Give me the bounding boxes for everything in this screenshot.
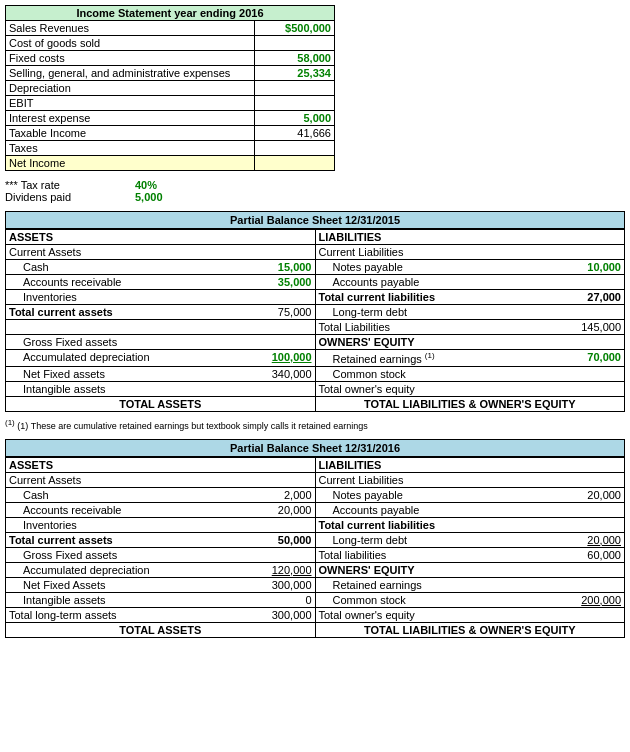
tax-rate-label: *** Tax rate xyxy=(5,179,125,191)
bs-heading-row: ASSETS LIABILITIES xyxy=(6,230,625,245)
bs-2015-table: ASSETS LIABILITIES Current Assets Curren… xyxy=(5,229,625,412)
dividends-value: 5,000 xyxy=(135,191,163,203)
table-row: Intangible assets Total owner's equity xyxy=(6,381,625,396)
income-statement-table: Income Statement year ending 2016 Sales … xyxy=(5,5,335,171)
table-row: Sales Revenues $500,000 xyxy=(6,21,335,36)
table-row: Intangible assets 0 Common stock 200,000 xyxy=(6,592,625,607)
table-row: Gross Fixed assets Total liabilities 60,… xyxy=(6,547,625,562)
bs-total-row: TOTAL ASSETS TOTAL LIABILITIES & OWNER'S… xyxy=(6,396,625,411)
table-row: Fixed costs 58,000 xyxy=(6,51,335,66)
table-row: Selling, general, and administrative exp… xyxy=(6,66,335,81)
table-row: Taxes xyxy=(6,141,335,156)
table-row: Net Fixed assets 340,000 Common stock xyxy=(6,366,625,381)
bs-heading-row: ASSETS LIABILITIES xyxy=(6,457,625,472)
balance-sheet-2015: Partial Balance Sheet 12/31/2015 ASSETS … xyxy=(5,211,625,412)
table-row: Inventories Total current liabilities xyxy=(6,517,625,532)
bs-total-row: TOTAL ASSETS TOTAL LIABILITIES & OWNER'S… xyxy=(6,622,625,637)
assets-heading: ASSETS xyxy=(6,230,316,245)
table-row: Accounts receivable 20,000 Accounts paya… xyxy=(6,502,625,517)
bs-2016-title: Partial Balance Sheet 12/31/2016 xyxy=(5,439,625,457)
liabilities-heading-2016: LIABILITIES xyxy=(315,457,625,472)
income-statement-title: Income Statement year ending 2016 xyxy=(6,6,335,21)
table-row: Total current assets 75,000 Long-term de… xyxy=(6,305,625,320)
bs-2016-table: ASSETS LIABILITIES Current Assets Curren… xyxy=(5,457,625,638)
table-row: Cash 2,000 Notes payable 20,000 xyxy=(6,487,625,502)
table-row: Cost of goods sold xyxy=(6,36,335,51)
table-row: Net Fixed Assets 300,000 Retained earnin… xyxy=(6,577,625,592)
table-row: EBIT xyxy=(6,96,335,111)
table-row: Current Assets Current Liabilities xyxy=(6,472,625,487)
footnote: (1) (1) These are cumulative retained ea… xyxy=(5,418,625,431)
table-row: Depreciation xyxy=(6,81,335,96)
table-row: Gross Fixed assets OWNERS' EQUITY xyxy=(6,335,625,350)
tax-rate-row: *** Tax rate 40% xyxy=(5,179,625,191)
table-row: Net Income xyxy=(6,156,335,171)
tax-section: *** Tax rate 40% Dividens paid 5,000 xyxy=(5,179,625,203)
table-row: Inventories Total current liabilities 27… xyxy=(6,290,625,305)
table-row: Total long-term assets 300,000 Total own… xyxy=(6,607,625,622)
tax-rate-value: 40% xyxy=(135,179,157,191)
table-row: Current Assets Current Liabilities xyxy=(6,245,625,260)
balance-sheet-2016: Partial Balance Sheet 12/31/2016 ASSETS … xyxy=(5,439,625,638)
table-row: Taxable Income 41,666 xyxy=(6,126,335,141)
dividends-row: Dividens paid 5,000 xyxy=(5,191,625,203)
assets-heading-2016: ASSETS xyxy=(6,457,316,472)
table-row: Total Liabilities 145,000 xyxy=(6,320,625,335)
bs-2015-title: Partial Balance Sheet 12/31/2015 xyxy=(5,211,625,229)
table-row: Accumulated depreciation 120,000 OWNERS'… xyxy=(6,562,625,577)
table-row: Accumulated depreciation 100,000 Retaine… xyxy=(6,350,625,367)
table-row: Cash 15,000 Notes payable 10,000 xyxy=(6,260,625,275)
table-row: Total current assets 50,000 Long-term de… xyxy=(6,532,625,547)
liabilities-heading: LIABILITIES xyxy=(315,230,625,245)
table-row: Interest expense 5,000 xyxy=(6,111,335,126)
table-row: Accounts receivable 35,000 Accounts paya… xyxy=(6,275,625,290)
dividends-label: Dividens paid xyxy=(5,191,125,203)
